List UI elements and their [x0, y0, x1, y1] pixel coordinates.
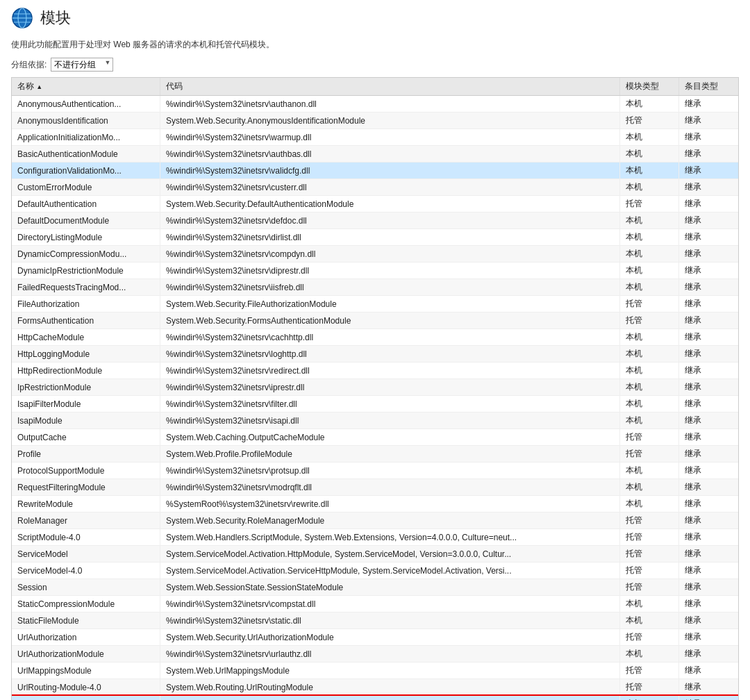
table-row[interactable]: OutputCacheSystem.Web.Caching.OutputCach… — [12, 429, 738, 446]
col-header-type[interactable]: 模块类型 — [619, 78, 678, 96]
table-row[interactable]: FailedRequestsTracingMod...%windir%\Syst… — [12, 279, 738, 296]
cell-type: 本机 — [619, 262, 678, 279]
table-row[interactable]: FormsAuthenticationSystem.Web.Security.F… — [12, 312, 738, 329]
cell-name: Session — [12, 579, 160, 596]
table-row[interactable]: DefaultAuthenticationSystem.Web.Security… — [12, 196, 738, 212]
cell-cond: 继承 — [679, 646, 738, 662]
cell-type: 托管 — [619, 529, 678, 546]
cell-type: 本机 — [619, 362, 678, 379]
table-row[interactable]: UrlAuthorizationSystem.Web.Security.UrlA… — [12, 629, 738, 646]
table-row[interactable]: ScriptModule-4.0System.Web.Handlers.Scri… — [12, 529, 738, 546]
cell-cond: 继承 — [679, 246, 738, 262]
table-row[interactable]: AnonymousIdentificationSystem.Web.Securi… — [12, 112, 738, 129]
cell-type: 托管 — [619, 679, 678, 696]
cell-type: 本机 — [619, 329, 678, 346]
cell-cond: 继承 — [679, 612, 738, 629]
table-row[interactable]: ProfileSystem.Web.Profile.ProfileModule托… — [12, 446, 738, 462]
table-row[interactable]: WebDAVModule%windir%\System32\inetsrv\we… — [12, 696, 738, 701]
table-row[interactable]: DynamicCompressionModu...%windir%\System… — [12, 246, 738, 262]
cell-name: IsapiModule — [12, 412, 160, 429]
cell-code: %windir%\System32\inetsrv\compstat.dll — [160, 596, 619, 612]
cell-code: %windir%\System32\inetsrv\dirlist.dll — [160, 229, 619, 246]
groupby-select-wrap[interactable]: 不进行分组 名称 模块类型 条目类型 — [51, 58, 113, 72]
modules-table: 名称 ▲ 代码 模块类型 条目类型 AnonymousAuthenticatio… — [12, 78, 738, 700]
table-row[interactable]: RequestFilteringModule%windir%\System32\… — [12, 479, 738, 496]
cell-cond: 继承 — [679, 529, 738, 546]
table-row[interactable]: ProtocolSupportModule%windir%\System32\i… — [12, 462, 738, 479]
table-row[interactable]: DirectoryListingModule%windir%\System32\… — [12, 229, 738, 246]
cell-type: 托管 — [619, 546, 678, 562]
cell-name: WebDAVModule — [12, 696, 160, 701]
cell-cond: 继承 — [679, 329, 738, 346]
table-row[interactable]: IsapiFilterModule%windir%\System32\inets… — [12, 396, 738, 412]
cell-type: 本机 — [619, 412, 678, 429]
table-row[interactable]: StaticCompressionModule%windir%\System32… — [12, 596, 738, 612]
cell-name: ServiceModel — [12, 546, 160, 562]
cell-type: 本机 — [619, 596, 678, 612]
cell-cond: 继承 — [679, 262, 738, 279]
table-row[interactable]: StaticFileModule%windir%\System32\inetsr… — [12, 612, 738, 629]
table-row[interactable]: ServiceModel-4.0System.ServiceModel.Acti… — [12, 562, 738, 579]
cell-code: System.Web.Security.AnonymousIdentificat… — [160, 112, 619, 129]
table-row[interactable]: RewriteModule%SystemRoot%\system32\inets… — [12, 496, 738, 512]
cell-cond: 继承 — [679, 462, 738, 479]
header: 模块 — [11, 7, 739, 33]
cell-cond: 继承 — [679, 662, 738, 679]
table-row[interactable]: IsapiModule%windir%\System32\inetsrv\isa… — [12, 412, 738, 429]
groupby-label: 分组依据: — [11, 59, 47, 71]
cell-code: %SystemRoot%\system32\inetsrv\rewrite.dl… — [160, 496, 619, 512]
cell-cond: 继承 — [679, 496, 738, 512]
table-row[interactable]: ConfigurationValidationMo...%windir%\Sys… — [12, 162, 738, 179]
cell-name: DynamicIpRestrictionModule — [12, 262, 160, 279]
cell-type: 本机 — [619, 212, 678, 229]
table-row[interactable]: AnonymousAuthentication...%windir%\Syste… — [12, 96, 738, 112]
cell-cond: 继承 — [679, 129, 738, 146]
cell-type: 本机 — [619, 646, 678, 662]
table-row[interactable]: IpRestrictionModule%windir%\System32\ine… — [12, 379, 738, 396]
cell-name: HttpCacheModule — [12, 329, 160, 346]
table-row[interactable]: SessionSystem.Web.SessionState.SessionSt… — [12, 579, 738, 596]
table-row[interactable]: RoleManagerSystem.Web.Security.RoleManag… — [12, 512, 738, 529]
table-row[interactable]: HttpLoggingModule%windir%\System32\inets… — [12, 346, 738, 362]
cell-type: 本机 — [619, 162, 678, 179]
cell-type: 本机 — [619, 279, 678, 296]
table-row[interactable]: UrlRouting-Module-4.0System.Web.Routing.… — [12, 679, 738, 696]
table-row[interactable]: ServiceModelSystem.ServiceModel.Activati… — [12, 546, 738, 562]
page-title: 模块 — [40, 8, 71, 28]
cell-code: System.Web.Security.RoleManagerModule — [160, 512, 619, 529]
cell-type: 托管 — [619, 512, 678, 529]
table-row[interactable]: UrlMappingsModuleSystem.Web.UrlMappingsM… — [12, 662, 738, 679]
table-header-row: 名称 ▲ 代码 模块类型 条目类型 — [12, 78, 738, 96]
col-header-name[interactable]: 名称 ▲ — [12, 78, 160, 96]
cell-code: System.Web.SessionState.SessionStateModu… — [160, 579, 619, 596]
cell-name: FormsAuthentication — [12, 312, 160, 329]
cell-cond: 继承 — [679, 696, 738, 701]
cell-code: %windir%\System32\inetsrv\urlauthz.dll — [160, 646, 619, 662]
table-row[interactable]: HttpRedirectionModule%windir%\System32\i… — [12, 362, 738, 379]
cell-type: 托管 — [619, 562, 678, 579]
table-row[interactable]: BasicAuthenticationModule%windir%\System… — [12, 146, 738, 162]
table-row[interactable]: CustomErrorModule%windir%\System32\inets… — [12, 179, 738, 196]
table-row[interactable]: HttpCacheModule%windir%\System32\inetsrv… — [12, 329, 738, 346]
table-row[interactable]: FileAuthorizationSystem.Web.Security.Fil… — [12, 296, 738, 312]
cell-code: %windir%\System32\inetsrv\warmup.dll — [160, 129, 619, 146]
cell-cond: 继承 — [679, 146, 738, 162]
groupby-bar: 分组依据: 不进行分组 名称 模块类型 条目类型 — [11, 58, 739, 72]
cell-name: FileAuthorization — [12, 296, 160, 312]
cell-name: RoleManager — [12, 512, 160, 529]
cell-type: 本机 — [619, 179, 678, 196]
col-header-code[interactable]: 代码 — [160, 78, 619, 96]
cell-cond: 继承 — [679, 279, 738, 296]
cell-code: %windir%\System32\inetsrv\authanon.dll — [160, 96, 619, 112]
col-header-cond[interactable]: 条目类型 — [679, 78, 738, 96]
cell-type: 托管 — [619, 429, 678, 446]
table-row[interactable]: ApplicationInitializationMo...%windir%\S… — [12, 129, 738, 146]
table-row[interactable]: UrlAuthorizationModule%windir%\System32\… — [12, 646, 738, 662]
table-row[interactable]: DefaultDocumentModule%windir%\System32\i… — [12, 212, 738, 229]
cell-code: %windir%\System32\inetsrv\modrqflt.dll — [160, 479, 619, 496]
cell-name: ServiceModel-4.0 — [12, 562, 160, 579]
cell-code: System.Web.Profile.ProfileModule — [160, 446, 619, 462]
cell-type: 本机 — [619, 612, 678, 629]
groupby-select[interactable]: 不进行分组 名称 模块类型 条目类型 — [51, 58, 113, 72]
table-row[interactable]: DynamicIpRestrictionModule%windir%\Syste… — [12, 262, 738, 279]
